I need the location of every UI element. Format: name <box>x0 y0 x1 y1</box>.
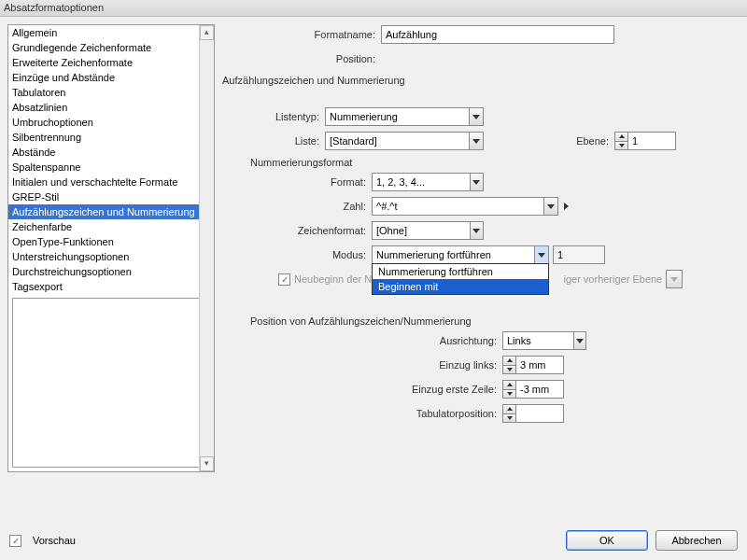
sidebar-item[interactable]: OpenType-Funktionen <box>8 234 214 249</box>
einzug-erste-stepper[interactable] <box>502 380 564 399</box>
einzug-erste-label: Einzug erste Zeile: <box>222 384 502 395</box>
listentyp-dropdown-button[interactable] <box>469 108 483 125</box>
format-label: Format: <box>222 176 372 188</box>
zeichenformat-combo[interactable] <box>372 221 484 240</box>
ausrichtung-label: Ausrichtung: <box>222 335 502 346</box>
sidebar-item[interactable]: Spaltenspanne <box>8 160 214 175</box>
position-group-label: Position von Aufzählungszeichen/Nummerie… <box>250 315 740 327</box>
category-sidebar: AllgemeinGrundlegende ZeichenformateErwe… <box>7 24 215 472</box>
sidebar-item[interactable]: Initialen und verschachtelte Formate <box>8 175 214 189</box>
zahl-flyout-icon[interactable] <box>564 203 569 210</box>
ebene-down-button[interactable] <box>615 141 627 150</box>
sidebar-item[interactable]: Allgemein <box>8 25 214 40</box>
sidebar-item[interactable]: Aufzählungszeichen und Nummerierung <box>8 204 214 219</box>
format-dropdown-button[interactable] <box>470 174 483 190</box>
sidebar-item[interactable]: Unterstreichungsoptionen <box>8 249 214 264</box>
sidebar-item[interactable]: Einzüge und Abstände <box>8 70 214 85</box>
ebene-stepper[interactable] <box>614 132 676 150</box>
modus-dropdown-list[interactable]: Nummerierung fortführen Beginnen mit <box>372 263 549 295</box>
sidebar-item[interactable]: Erweiterte Zeichenformate <box>8 55 214 70</box>
vorschau-label: Vorschau <box>33 535 76 546</box>
sidebar-item[interactable]: Zeichenfarbe <box>8 219 214 234</box>
zahl-combo[interactable] <box>372 197 558 216</box>
zeichenformat-dropdown-button[interactable] <box>470 222 483 239</box>
ausrichtung-dropdown-button[interactable] <box>573 332 585 349</box>
neubeginn-checkbox: ✓ <box>278 273 290 286</box>
sidebar-item[interactable]: Durchstreichungsoptionen <box>8 264 214 279</box>
einzug-links-stepper[interactable] <box>502 356 564 374</box>
nummerierungsformat-group-label: Nummerierungsformat <box>250 157 740 168</box>
liste-dropdown-button[interactable] <box>469 133 483 149</box>
modus-option-beginnen-mit[interactable]: Beginnen mit <box>373 279 548 294</box>
sidebar-scrollbar[interactable]: ▴ ▾ <box>199 25 214 471</box>
scroll-up-button[interactable]: ▴ <box>200 25 214 40</box>
modus-start-field <box>553 245 605 264</box>
sidebar-item[interactable]: Umbruchoptionen <box>8 115 214 130</box>
liste-label: Liste: <box>222 135 325 147</box>
sidebar-item[interactable]: Tabulatoren <box>8 85 214 100</box>
formatname-label: Formatname: <box>222 29 381 40</box>
neubeginn-dropdown-button <box>667 271 682 287</box>
tabulator-label: Tabulatorposition: <box>222 408 502 419</box>
zeichenformat-label: Zeichenformat: <box>222 225 372 236</box>
formatname-field[interactable] <box>381 25 614 44</box>
cancel-button[interactable]: Abbrechen <box>655 530 738 551</box>
ebene-up-button[interactable] <box>615 133 627 141</box>
zahl-label: Zahl: <box>222 201 372 212</box>
modus-option-fortfuehren[interactable]: Nummerierung fortführen <box>373 264 548 279</box>
vorschau-checkbox[interactable]: ✓ <box>9 535 21 547</box>
ausrichtung-combo[interactable] <box>502 331 586 350</box>
sidebar-item[interactable]: Tagsexport <box>8 279 214 294</box>
modus-combo[interactable] <box>372 245 549 264</box>
ebene-label: Ebene: <box>568 135 614 147</box>
tabulator-stepper[interactable] <box>502 404 564 423</box>
liste-combo[interactable] <box>325 132 484 150</box>
panel-section-title: Aufzählungszeichen und Nummerierung <box>222 75 740 86</box>
modus-label: Modus: <box>222 249 372 260</box>
preview-box <box>12 298 210 468</box>
listentyp-combo[interactable] <box>325 107 484 126</box>
sidebar-item[interactable]: Silbentrennung <box>8 130 214 145</box>
sidebar-item[interactable]: Grundlegende Zeichenformate <box>8 40 214 55</box>
dialog-title: Absatzformatoptionen <box>0 0 747 17</box>
sidebar-item[interactable]: Abstände <box>8 145 214 160</box>
position-label: Position: <box>222 53 381 64</box>
listentyp-label: Listentyp: <box>222 111 325 122</box>
neubeginn-combo <box>666 270 683 288</box>
zahl-dropdown-button[interactable] <box>543 198 557 215</box>
neubeginn-label-suffix: iger vorheriger Ebene <box>563 273 662 285</box>
sidebar-item[interactable]: GREP-Stil <box>8 189 214 204</box>
sidebar-item[interactable]: Absatzlinien <box>8 100 214 115</box>
format-combo[interactable] <box>372 173 484 191</box>
modus-dropdown-button[interactable] <box>534 246 548 263</box>
ok-button[interactable]: OK <box>566 530 648 551</box>
scroll-down-button[interactable]: ▾ <box>200 456 214 471</box>
einzug-links-label: Einzug links: <box>222 359 502 371</box>
